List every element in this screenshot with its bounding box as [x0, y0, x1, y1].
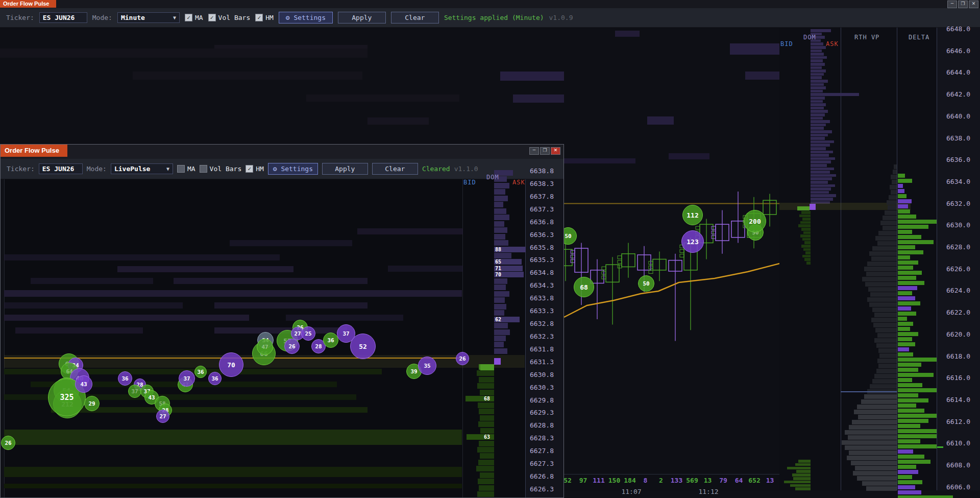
dom-bid-bar — [804, 241, 811, 244]
dom-ask-bar — [811, 184, 835, 187]
delta-bar — [898, 404, 916, 408]
gear-icon: ⚙ — [286, 14, 290, 21]
bid-header: BID — [463, 179, 476, 186]
ask-header: ASK — [826, 40, 839, 48]
delta-bar — [898, 358, 943, 362]
delta-bar — [898, 455, 924, 459]
dom-ask-bar — [811, 127, 824, 130]
dom-ask-bar — [811, 66, 822, 69]
dom-header: DOM — [803, 34, 816, 41]
rth-vp-bar — [883, 226, 897, 230]
delta-bar — [898, 322, 913, 326]
checkbox-icon[interactable]: ✓ — [208, 14, 216, 21]
inner-price-axis[interactable] — [525, 179, 564, 498]
dom-ask-bar — [811, 134, 828, 137]
mode-select[interactable]: LivePulse ▼ — [111, 163, 173, 174]
rth-vp-bar — [887, 200, 897, 205]
dom-header: DOM — [486, 174, 499, 181]
ticker-input[interactable] — [39, 163, 83, 174]
chevron-down-icon: ▼ — [173, 15, 176, 20]
clear-button[interactable]: Clear — [372, 163, 418, 175]
delta-bar — [898, 470, 918, 474]
delta-bar — [898, 439, 920, 443]
dom-ask-bar — [811, 53, 824, 56]
dom-bid-bar — [803, 248, 811, 251]
delta-bar — [898, 352, 913, 357]
status-text: Settings applied (Minute) — [444, 14, 544, 21]
apply-button[interactable]: Apply — [322, 163, 368, 175]
dom-bid-bar — [801, 228, 811, 231]
inner-window-title: Order Flow Pulse — [1, 145, 67, 157]
volbars-checkbox[interactable]: ✓ Vol Bars — [208, 14, 251, 21]
clear-button[interactable]: Clear — [391, 12, 439, 23]
delta-bar — [898, 286, 917, 290]
inner-titlebar[interactable]: Order Flow Pulse ─ ❐ ✕ — [1, 145, 564, 159]
delta-bar — [898, 368, 918, 372]
settings-button-label: Settings — [281, 165, 313, 173]
delta-bar — [898, 240, 934, 244]
dom-ask-bar — [811, 29, 831, 32]
checkbox-icon[interactable] — [177, 165, 185, 173]
delta-bar — [898, 296, 915, 300]
rth-vp-bar — [862, 277, 897, 281]
settings-button[interactable]: ⚙ Settings — [268, 163, 318, 175]
maximize-button[interactable]: ❐ — [958, 1, 968, 8]
delta-bar — [898, 260, 918, 265]
dom-bid-bar — [792, 473, 811, 477]
delta-bar — [898, 460, 930, 464]
delta-bar — [898, 480, 922, 484]
checkbox-icon[interactable] — [200, 165, 207, 173]
ma-checkbox[interactable]: ✓ MA — [185, 14, 203, 21]
axis-label: 6636.0 — [946, 156, 970, 163]
delta-bar — [898, 393, 918, 397]
checkbox-icon[interactable]: ✓ — [185, 14, 192, 21]
checkbox-icon[interactable]: ✓ — [255, 14, 263, 21]
hm-checkbox[interactable]: ✓ HM — [246, 165, 264, 173]
dom-ask-bar — [811, 103, 826, 106]
ask-header: ASK — [512, 179, 525, 186]
dom-ask-bar — [811, 46, 826, 49]
delta-bar — [898, 398, 928, 402]
ma-checkbox[interactable]: MA — [177, 165, 195, 173]
maximize-button[interactable]: ❐ — [540, 147, 550, 155]
settings-button[interactable]: ⚙ Settings — [279, 12, 333, 23]
dom-ask-bar — [811, 120, 830, 123]
trade-bubble: 50 — [638, 275, 654, 292]
delta-bar — [898, 199, 912, 203]
axis-label: 6624.0 — [946, 287, 970, 294]
outer-price-axis[interactable]: 6648.06646.06644.06642.06640.06638.06636… — [937, 28, 980, 490]
delta-bar — [898, 230, 912, 234]
mode-select[interactable]: Minute ▼ — [117, 12, 180, 23]
app-root: Order Flow Pulse ─ ❐ ✕ Ticker: Mode: Min… — [0, 0, 980, 498]
outer-window-title: Order Flow Pulse — [0, 0, 56, 8]
checkbox-icon[interactable]: ✓ — [246, 165, 253, 173]
outer-titlebar[interactable]: Order Flow Pulse ─ ❐ ✕ — [0, 0, 980, 8]
delta-header: DELTA — [909, 34, 929, 41]
rth-vp-bar — [889, 195, 897, 200]
dom-ask-bar — [811, 73, 824, 76]
ticker-input[interactable] — [39, 12, 87, 23]
volbars-checkbox[interactable]: Vol Bars — [200, 165, 242, 173]
inner-dom-panel — [462, 179, 526, 498]
delta-bar — [898, 291, 912, 295]
delta-bar — [898, 373, 934, 377]
minimize-button[interactable]: ─ — [947, 1, 957, 8]
mode-value: LivePulse — [114, 165, 150, 173]
dom-ask-bar — [811, 80, 828, 83]
dom-ask-bar — [811, 97, 825, 100]
close-button[interactable]: ✕ — [551, 147, 560, 155]
dom-bid-bar — [795, 487, 811, 490]
axis-label: 6640.0 — [946, 112, 970, 120]
dom-ask-bar — [811, 164, 827, 167]
rth-vp-bar — [874, 338, 897, 343]
delta-bar — [898, 490, 921, 494]
dom-ask-bar — [811, 100, 823, 103]
rth-vp-bar — [864, 267, 897, 271]
delta-bar — [898, 255, 910, 259]
hm-checkbox[interactable]: ✓ HM — [255, 14, 274, 21]
minimize-button[interactable]: ─ — [529, 147, 539, 155]
dom-ask-bar — [811, 168, 834, 171]
close-button[interactable]: ✕ — [969, 1, 978, 8]
rth-vp-bar — [892, 180, 897, 184]
apply-button[interactable]: Apply — [338, 12, 386, 23]
